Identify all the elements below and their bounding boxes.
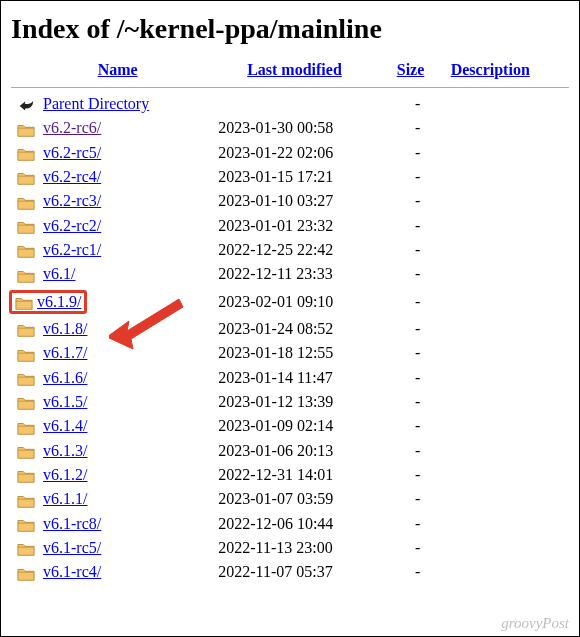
sort-description-link[interactable]: Description [451,61,530,78]
table-row: v6.2-rc1/2022-12-25 22:42- [11,238,569,262]
size-cell: - [391,560,445,584]
size-cell: - [391,341,445,365]
sort-modified-link[interactable]: Last modified [247,61,342,78]
folder-icon [11,116,37,140]
folder-icon [11,262,37,286]
description-cell [445,341,569,365]
size-cell: - [391,92,445,116]
directory-link[interactable]: v6.2-rc5/ [43,144,101,161]
size-cell: - [391,262,445,286]
directory-link[interactable]: v6.1/ [43,265,75,282]
description-cell [445,189,569,213]
description-cell [445,487,569,511]
folder-icon [11,414,37,438]
table-row: v6.1-rc4/2022-11-07 05:37- [11,560,569,584]
directory-link[interactable]: v6.2-rc6/ [43,119,101,136]
directory-link[interactable]: v6.1.4/ [43,417,87,434]
modified-cell: 2023-01-22 02:06 [198,141,391,165]
directory-link[interactable]: v6.1-rc4/ [43,563,101,580]
folder-icon [11,189,37,213]
sort-name-link[interactable]: Name [98,61,138,78]
folder-icon [11,214,37,238]
watermark: groovyPost [501,615,569,632]
directory-link[interactable]: v6.2-rc1/ [43,241,101,258]
modified-cell: 2023-01-07 03:59 [198,487,391,511]
description-cell [445,414,569,438]
folder-icon [11,165,37,189]
size-cell: - [391,536,445,560]
table-row: v6.1.9/2023-02-01 09:10- [11,287,569,317]
folder-icon [11,317,37,341]
folder-icon [11,390,37,414]
modified-cell: 2023-01-10 03:27 [198,189,391,213]
directory-link[interactable]: v6.1.9/ [37,293,81,310]
table-row: v6.2-rc3/2023-01-10 03:27- [11,189,569,213]
directory-link[interactable]: v6.1.5/ [43,393,87,410]
folder-icon [11,512,37,536]
table-row: v6.1.7/2023-01-18 12:55- [11,341,569,365]
folder-icon [11,560,37,584]
description-cell [445,141,569,165]
parent-directory-link[interactable]: Parent Directory [43,95,149,112]
size-cell: - [391,238,445,262]
folder-icon [11,141,37,165]
table-row: v6.2-rc6/2023-01-30 00:58- [11,116,569,140]
modified-cell: 2022-12-06 10:44 [198,512,391,536]
directory-link[interactable]: v6.1.3/ [43,442,87,459]
table-row: v6.1/2022-12-11 23:33- [11,262,569,286]
table-row: v6.2-rc5/2023-01-22 02:06- [11,141,569,165]
directory-link[interactable]: v6.1.7/ [43,344,87,361]
modified-cell: 2022-12-11 23:33 [198,262,391,286]
modified-cell: 2023-01-14 11:47 [198,366,391,390]
directory-link[interactable]: v6.2-rc2/ [43,217,101,234]
table-row: v6.1.4/2023-01-09 02:14- [11,414,569,438]
parent-directory-row: Parent Directory- [11,92,569,116]
folder-icon [11,238,37,262]
folder-icon [11,463,37,487]
description-cell [445,536,569,560]
size-cell: - [391,463,445,487]
modified-cell: 2022-12-31 14:01 [198,463,391,487]
sort-size-link[interactable]: Size [397,61,425,78]
directory-link[interactable]: v6.2-rc3/ [43,192,101,209]
modified-cell: 2023-02-01 09:10 [198,287,391,317]
description-cell [445,238,569,262]
highlight-box: v6.1.9/ [9,290,87,314]
modified-cell: 2023-01-18 12:55 [198,341,391,365]
size-cell: - [391,189,445,213]
directory-link[interactable]: v6.1.2/ [43,466,87,483]
folder-icon [15,293,33,310]
directory-table: Name Last modified Size Description Pare… [11,59,569,585]
description-cell [445,287,569,317]
modified-cell: 2023-01-01 23:32 [198,214,391,238]
table-row: v6.1.2/2022-12-31 14:01- [11,463,569,487]
modified-cell: 2023-01-09 02:14 [198,414,391,438]
modified-cell: 2023-01-12 13:39 [198,390,391,414]
directory-link[interactable]: v6.1.8/ [43,320,87,337]
folder-icon [11,341,37,365]
page-title: Index of /~kernel-ppa/mainline [11,13,569,45]
table-row: v6.1.8/2023-01-24 08:52- [11,317,569,341]
directory-link[interactable]: v6.1.6/ [43,369,87,386]
modified-cell: 2023-01-24 08:52 [198,317,391,341]
description-cell [445,165,569,189]
table-row: v6.1-rc8/2022-12-06 10:44- [11,512,569,536]
size-cell: - [391,366,445,390]
modified-cell [198,92,391,116]
size-cell: - [391,141,445,165]
directory-link[interactable]: v6.1-rc8/ [43,515,101,532]
size-cell: - [391,317,445,341]
folder-icon [11,487,37,511]
size-cell: - [391,287,445,317]
directory-link[interactable]: v6.1.1/ [43,490,87,507]
folder-icon [11,439,37,463]
description-cell [445,116,569,140]
directory-link[interactable]: v6.1-rc5/ [43,539,101,556]
description-cell [445,463,569,487]
modified-cell: 2022-11-07 05:37 [198,560,391,584]
size-cell: - [391,414,445,438]
size-cell: - [391,439,445,463]
directory-link[interactable]: v6.2-rc4/ [43,168,101,185]
description-cell [445,512,569,536]
description-cell [445,439,569,463]
